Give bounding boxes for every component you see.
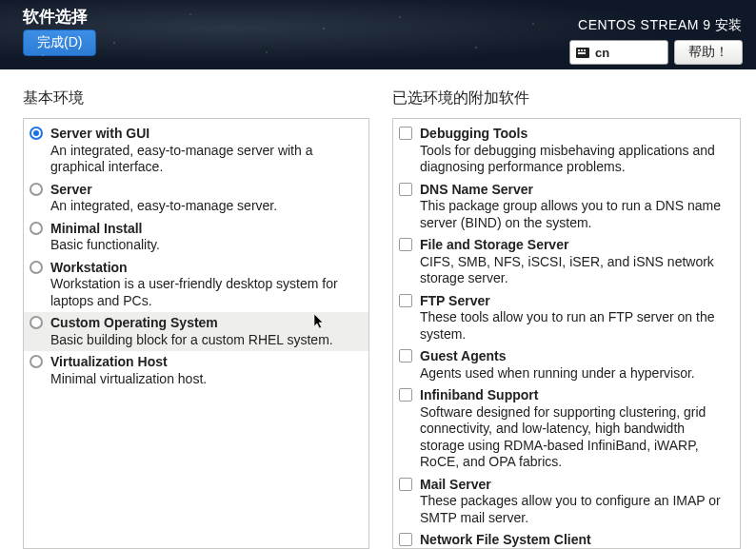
env-option-desc: Workstation is a user-friendly desktop s…: [50, 276, 359, 309]
addon-option-title: Mail Server: [420, 477, 730, 494]
header-bar: 软件选择 完成(D) CENTOS STREAM 9 安装 cn 帮助！: [0, 0, 756, 69]
env-option-desc: An integrated, easy-to-manage server.: [50, 198, 359, 215]
header-right: CENTOS STREAM 9 安装 cn 帮助！: [569, 17, 743, 65]
radio-icon[interactable]: [30, 261, 43, 274]
addon-option[interactable]: File and Storage ServerCIFS, SMB, NFS, i…: [393, 234, 740, 290]
addon-option[interactable]: Debugging ToolsTools for debugging misbe…: [393, 123, 740, 179]
addon-option-desc: CIFS, SMB, NFS, iSCSI, iSER, and iSNS ne…: [420, 254, 730, 287]
content-area: 基本环境 Server with GUIAn integrated, easy-…: [0, 69, 756, 549]
env-option-desc: Basic building block for a custom RHEL s…: [50, 332, 359, 349]
addon-option[interactable]: FTP ServerThese tools allow you to run a…: [393, 290, 740, 346]
base-environment-title: 基本环境: [23, 88, 369, 108]
env-option-title: Server: [50, 182, 359, 199]
checkbox-icon[interactable]: [399, 294, 412, 307]
done-button[interactable]: 完成(D): [23, 29, 96, 56]
help-button[interactable]: 帮助！: [674, 40, 743, 65]
addon-option-desc: These packages allow you to configure an…: [420, 493, 730, 526]
checkbox-icon[interactable]: [399, 127, 412, 140]
addon-option[interactable]: Mail ServerThese packages allow you to c…: [393, 474, 740, 530]
addon-option-title: DNS Name Server: [420, 182, 730, 199]
checkbox-icon[interactable]: [399, 349, 412, 363]
addon-option[interactable]: DNS Name ServerThis package group allows…: [393, 179, 740, 235]
lang-help-row: cn 帮助！: [569, 40, 743, 65]
keyboard-layout-indicator[interactable]: cn: [569, 40, 668, 65]
addon-option-title: Infiniband Support: [420, 387, 730, 404]
addon-option-title: Debugging Tools: [420, 126, 730, 143]
radio-icon[interactable]: [30, 355, 43, 368]
checkbox-icon[interactable]: [399, 533, 412, 546]
addon-option-desc: Agents used when running under a hypervi…: [420, 365, 730, 382]
addon-option-desc: These tools allow you to run an FTP serv…: [420, 309, 730, 343]
env-option-desc: Minimal virtualization host.: [50, 371, 359, 388]
env-option[interactable]: WorkstationWorkstation is a user-friendl…: [24, 257, 368, 313]
env-option-title: Virtualization Host: [50, 354, 359, 371]
env-option-title: Custom Operating System: [50, 315, 359, 332]
env-option[interactable]: Virtualization HostMinimal virtualizatio…: [24, 351, 368, 390]
addon-option-title: Guest Agents: [420, 348, 730, 365]
base-environment-column: 基本环境 Server with GUIAn integrated, easy-…: [23, 88, 369, 549]
env-option[interactable]: ServerAn integrated, easy-to-manage serv…: [24, 179, 368, 218]
addon-option[interactable]: Guest AgentsAgents used when running und…: [393, 345, 740, 384]
addon-option-desc: Software designed for supporting cluster…: [420, 404, 730, 471]
addon-option[interactable]: Infiniband SupportSoftware designed for …: [393, 384, 740, 474]
addon-option-title: FTP Server: [420, 293, 730, 310]
env-option-desc: Basic functionality.: [50, 237, 359, 254]
checkbox-icon[interactable]: [399, 238, 412, 251]
env-option[interactable]: Custom Operating SystemBasic building bl…: [24, 312, 368, 351]
radio-icon[interactable]: [30, 316, 43, 329]
addon-option-desc: This package group allows you to run a D…: [420, 198, 730, 231]
lang-code: cn: [595, 46, 609, 60]
env-option[interactable]: Server with GUIAn integrated, easy-to-ma…: [24, 123, 368, 179]
radio-icon[interactable]: [30, 183, 43, 196]
checkbox-icon[interactable]: [399, 478, 412, 491]
addons-panel: Debugging ToolsTools for debugging misbe…: [392, 118, 741, 549]
env-option-title: Minimal Install: [50, 221, 359, 238]
env-option-desc: An integrated, easy-to-manage server wit…: [50, 143, 359, 176]
addon-option[interactable]: Network File System ClientEnables the sy…: [393, 529, 740, 549]
addons-title: 已选环境的附加软件: [392, 88, 741, 108]
addon-option-desc: Tools for debugging misbehaving applicat…: [420, 143, 730, 176]
installer-title: CENTOS STREAM 9 安装: [569, 17, 743, 34]
radio-icon[interactable]: [30, 127, 43, 140]
radio-icon[interactable]: [30, 222, 43, 235]
addons-column: 已选环境的附加软件 Debugging ToolsTools for debug…: [392, 88, 741, 549]
addon-option-title: File and Storage Server: [420, 237, 730, 254]
base-environment-panel: Server with GUIAn integrated, easy-to-ma…: [23, 118, 369, 549]
env-option-title: Server with GUI: [50, 126, 359, 143]
checkbox-icon[interactable]: [399, 183, 412, 196]
keyboard-icon: [576, 48, 589, 58]
env-option-title: Workstation: [50, 260, 359, 277]
env-option[interactable]: Minimal InstallBasic functionality.: [24, 218, 368, 257]
checkbox-icon[interactable]: [399, 388, 412, 402]
addon-option-title: Network File System Client: [420, 532, 730, 549]
